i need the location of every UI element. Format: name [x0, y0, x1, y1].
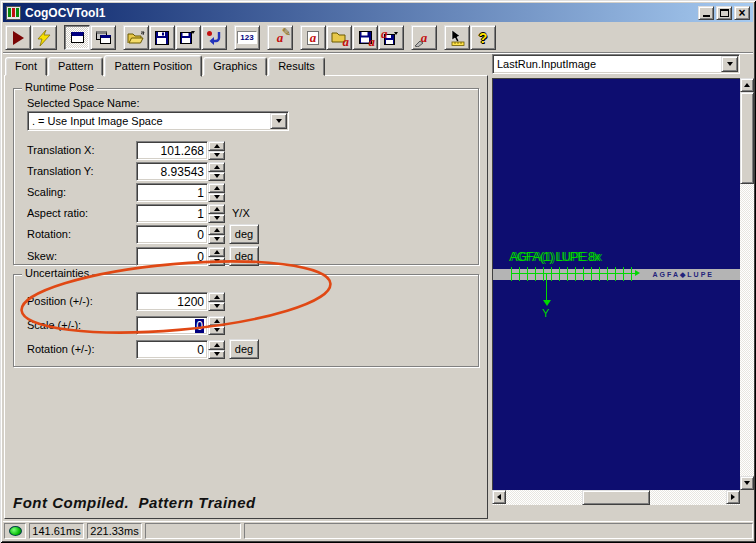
- tab-pattern[interactable]: Pattern: [48, 57, 103, 76]
- field-value: 0: [197, 343, 204, 357]
- window-controls: ×: [698, 6, 750, 20]
- open-tool-button[interactable]: [123, 25, 149, 50]
- tab-results[interactable]: Results: [268, 57, 325, 76]
- spin-down-button[interactable]: [208, 257, 225, 267]
- edit-font-button[interactable]: a✎: [267, 25, 293, 50]
- tab-pattern-position[interactable]: Pattern Position: [104, 55, 202, 77]
- field-row: Rotation: 0 deg: [14, 225, 478, 245]
- field-label: Scale (+/-):: [27, 319, 81, 331]
- open-font-button[interactable]: a: [326, 25, 352, 50]
- aspect-ratio-spinner: [208, 204, 225, 223]
- spin-down-button[interactable]: [208, 350, 225, 360]
- numeric-results-icon: 123: [237, 31, 256, 44]
- deg-button[interactable]: deg: [229, 339, 259, 359]
- help-icon: ?: [479, 30, 488, 46]
- spin-down-button[interactable]: [208, 302, 225, 312]
- float-window-icon: [96, 31, 111, 44]
- open-folder-icon: [127, 31, 145, 45]
- scaling-field[interactable]: 1: [136, 183, 208, 202]
- field-row: Translation Y: 8.93543: [14, 162, 478, 182]
- close-button[interactable]: ×: [734, 6, 750, 20]
- spin-down-button[interactable]: [208, 193, 225, 203]
- new-font-button[interactable]: a: [300, 25, 326, 50]
- spin-down-button[interactable]: [208, 151, 225, 161]
- pattern-position-panel: Runtime Pose Selected Space Name: . = Us…: [4, 75, 488, 519]
- spin-up-button[interactable]: [208, 292, 225, 302]
- float-dialog-button[interactable]: [90, 25, 116, 50]
- spin-up-button[interactable]: [208, 162, 225, 172]
- image-record-combobox[interactable]: LastRun.InputImage: [492, 54, 740, 74]
- spin-down-button[interactable]: [208, 326, 225, 336]
- vertical-scroll-thumb[interactable]: [740, 92, 754, 184]
- image-band-text: AGFA◆LUPE: [653, 271, 715, 279]
- field-row: Skew: 0 deg: [14, 247, 478, 267]
- status-led-icon: [9, 526, 22, 536]
- scroll-down-button[interactable]: [740, 476, 754, 490]
- x-axis-arrow-icon: [635, 270, 640, 276]
- save-tool-as-button[interactable]: [175, 25, 201, 50]
- deg-button[interactable]: deg: [229, 224, 259, 244]
- horizontal-scroll-thumb[interactable]: [582, 490, 650, 505]
- spin-down-button[interactable]: [208, 214, 225, 224]
- tool-status-text: Font Compiled. Pattern Trained: [13, 494, 256, 511]
- minimize-button[interactable]: [698, 6, 714, 20]
- vertical-scrollbar[interactable]: [740, 78, 754, 490]
- tab-graphics[interactable]: Graphics: [203, 57, 267, 76]
- spin-up-button[interactable]: [208, 204, 225, 214]
- scroll-right-button[interactable]: [726, 490, 740, 504]
- field-value: 0: [197, 228, 204, 242]
- translation-y-field[interactable]: 8.93543: [136, 162, 208, 181]
- field-row: Scaling: 1: [14, 183, 478, 203]
- translation-x-field[interactable]: 101.268: [136, 141, 208, 160]
- image-viewport[interactable]: AGFA◆LUPE AGFA(1) LUPE 8x Y: [492, 78, 740, 490]
- deg-button[interactable]: deg: [229, 246, 259, 266]
- lightning-icon: [37, 30, 51, 46]
- spin-up-button[interactable]: [208, 225, 225, 235]
- document-icon: a: [307, 31, 319, 45]
- spin-down-button[interactable]: [208, 235, 225, 245]
- floppy-as-icon: [180, 30, 196, 45]
- rotation-uncertainty-field[interactable]: 0: [136, 340, 208, 359]
- toolbar: 123 a✎ a a a a a ?: [3, 23, 753, 53]
- space-name-combobox[interactable]: . = Use Input Image Space: [27, 111, 289, 131]
- combobox-value: . = Use Input Image Space: [28, 115, 270, 127]
- spin-up-button[interactable]: [208, 316, 225, 326]
- reset-button[interactable]: [201, 25, 227, 50]
- scale-uncertainty-field[interactable]: 0: [136, 316, 208, 335]
- scroll-up-button[interactable]: [740, 78, 754, 92]
- chevron-down-icon[interactable]: [721, 56, 738, 72]
- spin-up-button[interactable]: [208, 183, 225, 193]
- results-button[interactable]: 123: [234, 25, 260, 50]
- tab-font[interactable]: Font: [5, 57, 47, 76]
- app-window: CogOCVTool1 × 123 a✎ a a a a a ? Font Pa…: [0, 0, 756, 543]
- run-button[interactable]: [5, 25, 31, 50]
- save-font-as-button[interactable]: a: [378, 25, 404, 50]
- rotation-field[interactable]: 0: [136, 225, 208, 244]
- spin-down-button[interactable]: [208, 172, 225, 182]
- spin-up-button[interactable]: [208, 247, 225, 257]
- field-value: 101.268: [161, 144, 204, 158]
- position-uncertainty-field[interactable]: 1200: [136, 292, 208, 311]
- aspect-ratio-field[interactable]: 1: [136, 204, 208, 223]
- scroll-left-button[interactable]: [492, 490, 506, 504]
- window-icon: [71, 32, 84, 43]
- translation-x-spinner: [208, 141, 225, 160]
- skew-field[interactable]: 0: [136, 247, 208, 266]
- pencil-icon: ✎: [282, 26, 291, 39]
- image-display-panel: LastRun.InputImage AGFA◆LUPE AGFA(1) LUP…: [492, 54, 754, 519]
- spin-up-button[interactable]: [208, 340, 225, 350]
- skew-spinner: [208, 247, 225, 266]
- save-font-button[interactable]: a: [352, 25, 378, 50]
- field-value: 1: [197, 207, 204, 221]
- horizontal-scrollbar[interactable]: [492, 490, 740, 505]
- show-dialog-button[interactable]: [64, 25, 90, 50]
- maximize-button[interactable]: [716, 6, 732, 20]
- pointer-measure-button[interactable]: [444, 25, 470, 50]
- clear-font-button[interactable]: a: [411, 25, 437, 50]
- chevron-down-icon[interactable]: [270, 113, 287, 129]
- spin-up-button[interactable]: [208, 141, 225, 151]
- trigger-button[interactable]: [31, 25, 57, 50]
- field-label: Rotation (+/-):: [27, 343, 95, 355]
- help-button[interactable]: ?: [470, 25, 496, 50]
- save-tool-button[interactable]: [149, 25, 175, 50]
